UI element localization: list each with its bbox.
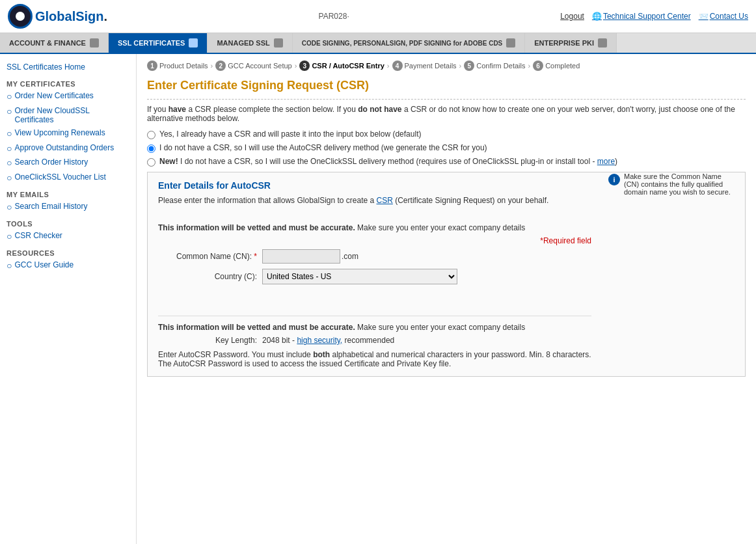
key-length-value: 2048 bit - high security, recommended: [262, 336, 394, 345]
sidebar-voucher[interactable]: ○OneClickSSL Voucher List: [0, 170, 136, 185]
required-field-label: *Required field: [158, 236, 591, 245]
logout-link[interactable]: Logout: [560, 12, 584, 21]
radio-option-3: New! I do not have a CSR, so I will use …: [147, 157, 746, 167]
tab-account-icon: [90, 38, 99, 48]
sidebar-search-email[interactable]: ○Search Email History: [0, 200, 136, 215]
sidebar-section-certificates: MY CERTIFICATES: [0, 75, 136, 89]
tab-enterprise[interactable]: ENTERPRISE PKI: [525, 33, 617, 53]
tab-ssl[interactable]: SSL CERTIFICATES: [109, 33, 208, 53]
step-5-num: 5: [464, 61, 474, 71]
inner-separator: [158, 316, 591, 316]
sidebar: SSL Certificates Home MY CERTIFICATES ○O…: [0, 54, 137, 544]
step-4-label: Payment Details: [405, 62, 457, 70]
step-5: 5 Confirm Details: [464, 61, 525, 71]
more-link[interactable]: more: [597, 157, 615, 166]
autocsr-content: Enter Details for AutoCSR Please enter t…: [158, 180, 591, 368]
sidebar-gcc-guide[interactable]: ○GCC User Guide: [0, 258, 136, 273]
tab-account[interactable]: ACCOUNT & FINANCE: [0, 33, 109, 53]
step-6: 6 Completed: [533, 61, 580, 71]
step-2-label: GCC Account Setup: [228, 62, 291, 70]
step-3-num: 3: [299, 61, 310, 71]
radio-have-csr[interactable]: [147, 131, 155, 139]
steps: 1 Product Details › 2 GCC Account Setup …: [147, 61, 746, 71]
logo-area: GlobalSign.: [8, 4, 107, 29]
sidebar-approve[interactable]: ○Approve Outstanding Orders: [0, 141, 136, 156]
sidebar-section-tools: TOOLS: [0, 215, 136, 229]
radio-option-1: Yes, I already have a CSR and will paste…: [147, 129, 746, 139]
sidebar-order-new[interactable]: ○Order New Certificates: [0, 89, 136, 104]
tab-code-label: CODE SIGNING, PERSONALSIGN, PDF SIGNING …: [302, 40, 503, 47]
info-tip-text: Make sure the Common Name (CN) contains …: [624, 172, 738, 196]
info-icon: i: [608, 174, 620, 185]
step-sep-5: ›: [528, 62, 530, 70]
key-length-label: Key Length:: [158, 336, 262, 345]
radio-group: Yes, I already have a CSR and will paste…: [147, 129, 746, 167]
contact-link[interactable]: 📨Contact Us: [699, 12, 748, 21]
country-select[interactable]: United States - US: [262, 269, 457, 284]
radio-oneclickssl-label: New! I do not have a CSR, so I will use …: [159, 157, 617, 166]
radio-autocsr[interactable]: [147, 144, 155, 153]
common-name-input[interactable]: [262, 249, 340, 264]
step-4: 4 Payment Details: [392, 61, 457, 71]
support-link[interactable]: 🌐Technical Support Center: [592, 12, 691, 21]
step-1-label: Product Details: [159, 62, 208, 70]
sidebar-ssl-home[interactable]: SSL Certificates Home: [0, 59, 136, 75]
sidebar-section-resources: RESOURCES: [0, 244, 136, 258]
step-5-label: Confirm Details: [476, 62, 525, 70]
header-right: Logout 🌐Technical Support Center 📨Contac…: [560, 12, 748, 21]
country-row: Country (C): United States - US: [158, 269, 591, 284]
common-name-input-area: .com: [262, 249, 358, 264]
logo-text: GlobalSign.: [35, 9, 107, 24]
page-title: Enter Certificate Signing Request (CSR): [147, 79, 746, 92]
step-3-label: CSR / AutoCSR Entry: [312, 62, 384, 70]
step-3: 3 CSR / AutoCSR Entry: [299, 61, 384, 71]
tab-managed-icon: [274, 38, 283, 48]
tab-ssl-label: SSL CERTIFICATES: [118, 39, 185, 47]
step-sep-1: ›: [211, 62, 213, 70]
account-id: PAR028·: [107, 12, 560, 21]
info-tip-box: i Make sure the Common Name (CN) contain…: [608, 172, 738, 196]
tab-managed[interactable]: MANAGED SSL: [208, 33, 292, 53]
step-6-label: Completed: [545, 62, 580, 70]
common-name-suffix: .com: [342, 252, 358, 261]
csr-link[interactable]: CSR: [377, 196, 393, 205]
tab-enterprise-label: ENTERPRISE PKI: [534, 39, 594, 47]
sidebar-section-emails: MY EMAILS: [0, 185, 136, 200]
radio-oneclickssl[interactable]: [147, 158, 155, 167]
step-2: 2 GCC Account Setup: [215, 61, 291, 71]
logo-icon: [8, 4, 33, 29]
content: 1 Product Details › 2 GCC Account Setup …: [137, 54, 756, 544]
sidebar-search-order[interactable]: ○Search Order History: [0, 156, 136, 170]
dotted-separator: [147, 99, 746, 100]
autocsr-section: Enter Details for AutoCSR Please enter t…: [147, 172, 746, 377]
step-1: 1 Product Details: [147, 61, 208, 71]
header: GlobalSign. PAR028· Logout 🌐Technical Su…: [0, 0, 756, 33]
step-4-num: 4: [392, 61, 403, 71]
country-label: Country (C):: [158, 272, 262, 281]
step-2-num: 2: [215, 61, 226, 71]
tab-managed-label: MANAGED SSL: [217, 39, 269, 47]
high-security-link[interactable]: high security,: [297, 336, 342, 345]
contact-icon: 📨: [699, 12, 709, 21]
tab-ssl-icon: [189, 38, 198, 48]
tab-account-label: ACCOUNT & FINANCE: [9, 39, 86, 47]
password-note: Enter AutoCSR Password. You must include…: [158, 350, 591, 368]
support-icon: 🌐: [592, 12, 602, 21]
common-name-row: Common Name (CN): * .com: [158, 249, 591, 264]
common-name-label: Common Name (CN): *: [158, 252, 262, 261]
step-sep-4: ›: [459, 62, 462, 70]
sidebar-csr-checker[interactable]: ○CSR Checker: [0, 229, 136, 244]
tab-code[interactable]: CODE SIGNING, PERSONALSIGN, PDF SIGNING …: [293, 33, 526, 53]
main: SSL Certificates Home MY CERTIFICATES ○O…: [0, 54, 756, 544]
tab-code-icon: [506, 38, 515, 48]
vetting-note-1: This information will be vetted and must…: [158, 223, 591, 232]
sidebar-order-cloud[interactable]: ○Order New CloudSSL Certificates: [0, 104, 136, 126]
radio-autocsr-label: I do not have a CSR, so I will use the A…: [159, 143, 487, 152]
step-sep-3: ›: [387, 62, 390, 70]
step-1-num: 1: [147, 61, 157, 71]
vetting-note-2: This information will be vetted and must…: [158, 323, 591, 332]
step-6-num: 6: [533, 61, 543, 71]
sidebar-renewals[interactable]: ○View Upcoming Renewals: [0, 126, 136, 141]
step-sep-2: ›: [295, 62, 297, 70]
intro-text: If you have a CSR please complete the se…: [147, 105, 746, 123]
